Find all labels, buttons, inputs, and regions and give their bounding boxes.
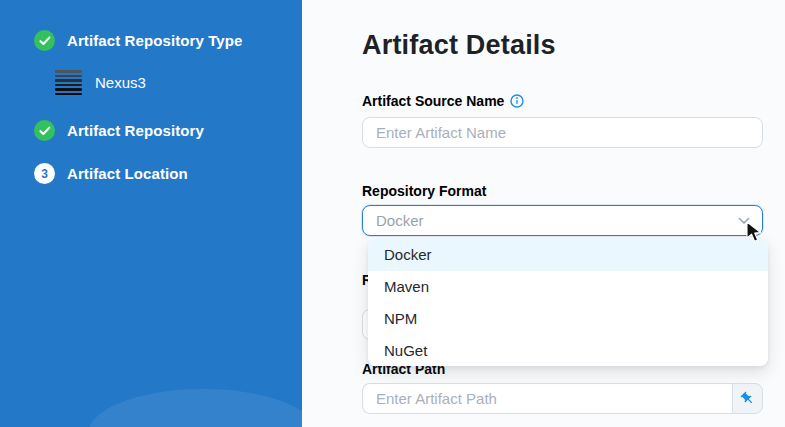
repository-format-dropdown: Docker Maven NPM NuGet [368, 239, 768, 366]
artifact-path-input[interactable] [362, 383, 732, 414]
artifact-source-name-input[interactable] [362, 117, 763, 148]
step-label: Artifact Location [67, 165, 188, 182]
check-circle-icon [34, 120, 55, 141]
selected-value: Docker [376, 212, 424, 229]
dropdown-option-maven[interactable]: Maven [368, 271, 768, 303]
wizard-steps-sidebar: Artifact Repository Type Nexus3 Artifact… [0, 0, 302, 427]
artifact-path-field [362, 383, 763, 414]
sidebar-item-artifact-repository[interactable]: Artifact Repository [34, 120, 204, 141]
pushpin-icon [737, 388, 758, 409]
chevron-down-icon [738, 217, 750, 225]
step-label: Artifact Repository Type [67, 32, 243, 49]
substep-label: Nexus3 [95, 74, 146, 91]
check-circle-icon [34, 30, 55, 51]
artifact-source-name-label: Artifact Source Name [362, 93, 524, 109]
step-number-badge: 3 [34, 163, 55, 184]
nexus3-stacked-bars-icon [55, 70, 82, 95]
sidebar-decorative-arc [88, 389, 302, 427]
repository-format-label: Repository Format [362, 183, 486, 199]
label-text: Artifact Source Name [362, 93, 504, 109]
label-text: Repository Format [362, 183, 486, 199]
pin-button[interactable] [732, 383, 763, 414]
dropdown-option-npm[interactable]: NPM [368, 303, 768, 335]
info-circle-icon[interactable] [510, 94, 524, 108]
sidebar-item-artifact-location[interactable]: 3 Artifact Location [34, 163, 188, 184]
page-title: Artifact Details [362, 30, 556, 61]
dropdown-option-nuget[interactable]: NuGet [368, 334, 768, 366]
sidebar-item-artifact-repository-type[interactable]: Artifact Repository Type [34, 30, 243, 51]
sidebar-item-nexus3[interactable]: Nexus3 [55, 70, 146, 95]
repository-format-select[interactable]: Docker [362, 205, 763, 236]
wizard-dialog: Artifact Repository Type Nexus3 Artifact… [0, 0, 785, 427]
dropdown-option-docker[interactable]: Docker [368, 239, 768, 271]
step-label: Artifact Repository [67, 122, 204, 139]
